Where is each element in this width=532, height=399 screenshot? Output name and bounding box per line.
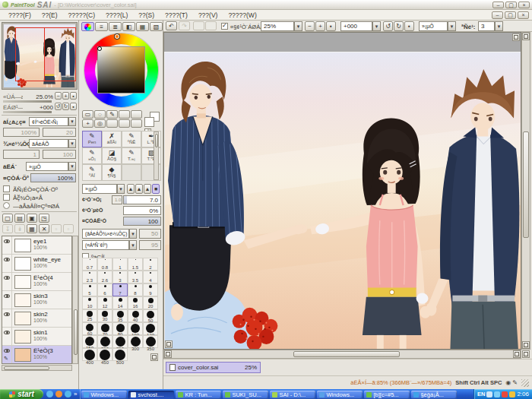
tool-grid-scrollbar[interactable]	[154, 131, 159, 180]
brush-tool[interactable]: ✎ »Ò¡	[82, 147, 102, 164]
layer-visible-icon[interactable]	[4, 258, 10, 261]
foreground-color-swatch[interactable]	[144, 117, 154, 127]
brush-tool[interactable]: ✎ T.»¡	[122, 147, 141, 164]
layer-visible-icon[interactable]	[4, 276, 10, 280]
selection-source-radio[interactable]	[3, 202, 10, 209]
navigator-panel[interactable]	[2, 22, 78, 90]
menu-item[interactable]: ?????(C)	[63, 11, 100, 19]
brush-size-cell[interactable]: 25	[82, 309, 97, 322]
fixed-view-checkbox[interactable]	[221, 23, 228, 30]
sampling-mode-dropdown[interactable]: »¡µÔ	[419, 21, 448, 31]
doc-minimize-button[interactable]: –	[492, 11, 503, 19]
hue-marker[interactable]	[115, 34, 119, 39]
zoom-out-button[interactable]: −	[305, 21, 315, 31]
brush-texture2-arrow[interactable]: ▼	[129, 240, 137, 250]
viewport-corner-top-right[interactable]	[512, 33, 520, 41]
brush-size-cell[interactable]: 60	[82, 322, 97, 335]
brush-size-cell[interactable]: 30	[97, 309, 112, 322]
layer-visible-icon[interactable]	[4, 349, 10, 353]
transfer-down-icon[interactable]: ↧	[2, 224, 13, 233]
taskbar-button-windows[interactable]: Windows...	[317, 391, 363, 399]
canvas-viewport[interactable]	[163, 32, 521, 350]
firefox-icon[interactable]	[55, 391, 62, 397]
brush-size-cell[interactable]: 400	[82, 348, 97, 361]
nav-rotate-slider[interactable]	[3, 111, 52, 113]
brush-tool[interactable]: ✗ àÍÍÃì	[102, 131, 122, 147]
brush-tool[interactable]: ✎ ºÅÍ	[82, 164, 102, 181]
brush-size-cell[interactable]: 40	[128, 309, 143, 322]
brush-texture2-slider[interactable]: 95	[139, 240, 161, 250]
undo-button[interactable]: ↶	[166, 21, 177, 30]
zoom-in-button[interactable]: +	[315, 21, 325, 31]
skin1[interactable]: ✎ skin1 100%	[2, 328, 71, 346]
brush-size-cell[interactable]: 1.5	[128, 258, 143, 271]
merge-down-icon[interactable]: ↡	[14, 224, 25, 233]
ie-icon[interactable]	[46, 391, 53, 397]
taskbar-button-svchost[interactable]: svchost....	[128, 391, 174, 399]
document-tab[interactable]: cover_color.sai 25%	[166, 362, 261, 373]
nav-rotate-reset-button[interactable]: ▪	[70, 103, 77, 110]
brush-size-cell[interactable]: 12	[97, 296, 112, 309]
nav-zoom-slider[interactable]	[3, 100, 52, 103]
menu-item[interactable]: ??(S)	[133, 11, 160, 19]
brush-size-cell[interactable]: 250	[112, 335, 128, 348]
preserve-opacity-checkbox[interactable]	[3, 185, 10, 192]
viewport-corner-bottom-left[interactable]	[165, 340, 173, 348]
brush-size-cell[interactable]: 0.7	[82, 258, 97, 271]
size-grid-corner-button[interactable]	[150, 353, 158, 361]
taskbar-button-media[interactable]: Windows...	[81, 391, 127, 399]
taskbar-button-kr[interactable]: KR : Tun...	[176, 391, 221, 399]
effect-dropdown[interactable]: ¢Íº¹éÓË¹Ñ¡	[29, 117, 68, 126]
empty-slot[interactable]	[131, 119, 142, 128]
empty-slot[interactable]	[119, 110, 130, 119]
layer-visible-icon[interactable]	[4, 294, 10, 298]
brush-edge-hard[interactable]: ▲	[144, 184, 151, 194]
brush-size-cell[interactable]: 8	[128, 283, 143, 296]
invert-selection-button[interactable]	[205, 21, 217, 30]
zoom-tool[interactable]: ◎	[94, 119, 106, 128]
doc-close-button[interactable]: ×	[518, 11, 529, 19]
minimize-button[interactable]: –	[492, 2, 504, 8]
canvas-zoom-field[interactable]: 25%	[261, 21, 294, 31]
color-mixer-button[interactable]: ◧	[122, 22, 135, 31]
brush-density-slider[interactable]: 100	[123, 217, 161, 226]
canvas-rotate-field[interactable]: +000	[340, 21, 372, 31]
magic-wand-tool[interactable]: ✎	[106, 110, 118, 119]
sample-layer-field[interactable]: 3	[478, 21, 495, 31]
mode-dropdown[interactable]: »¡µÔ	[26, 162, 68, 171]
brush-size-cell[interactable]: 1	[112, 258, 128, 271]
brush-size-cell[interactable]: 450	[97, 348, 112, 361]
rect-select-tool[interactable]: ▭	[82, 110, 93, 119]
new-linework-layer-icon[interactable]: ▤	[14, 214, 25, 223]
rgb-sliders-button[interactable]: ≡	[95, 22, 108, 31]
canvas-hscrollbar[interactable]	[163, 350, 521, 359]
brush-edge-soft[interactable]: ▲	[127, 184, 135, 194]
move-tool[interactable]: +	[82, 119, 93, 128]
texture-opacity-field[interactable]: 100	[43, 150, 76, 159]
brush-edge-mid[interactable]: ▲	[135, 184, 143, 194]
brush-size-cell[interactable]: 0.8	[97, 258, 112, 271]
canvas-artwork[interactable]	[165, 52, 521, 350]
quick-launch-overflow[interactable]: »	[74, 391, 77, 397]
Ë¹éÒ(3[interactable]: ✎ Ë¹éÒ(3 100%	[2, 346, 71, 364]
menu-item[interactable]: ?????(W)	[223, 11, 261, 19]
canvas-rotate-dropdown-arrow[interactable]: ▼	[372, 21, 381, 31]
brush-tool[interactable]	[122, 164, 141, 181]
nav-zoom-out-button[interactable]: −	[55, 92, 62, 100]
language-indicator[interactable]: EN	[477, 391, 485, 397]
resize-grip[interactable]	[521, 379, 529, 387]
brush-size-cell[interactable]: 6	[97, 283, 112, 296]
canvas-zoom-dropdown-arrow[interactable]: ▼	[294, 21, 302, 31]
saturation-value-square[interactable]	[98, 47, 144, 93]
brush-size-cell[interactable]: 80	[112, 322, 128, 335]
swatches-button[interactable]: ▦	[136, 22, 149, 31]
volume-icon[interactable]	[486, 391, 492, 397]
brush-texture1-dropdown[interactable]: (äÁèÁÕ¾×é¹¼ÔÇ)	[82, 229, 129, 239]
brush-size-cell[interactable]: 300	[128, 335, 143, 348]
close-button[interactable]: ×	[518, 2, 530, 8]
nav-rotate-ccw-button[interactable]: ↺	[55, 103, 62, 110]
brush-size-cell[interactable]: 3.5	[128, 271, 143, 283]
taskbar-button-chat[interactable]: [b][c=#5...	[364, 391, 410, 399]
layers-scrollbar[interactable]	[72, 236, 78, 364]
link-layer-icon[interactable]: ▫	[63, 224, 74, 233]
